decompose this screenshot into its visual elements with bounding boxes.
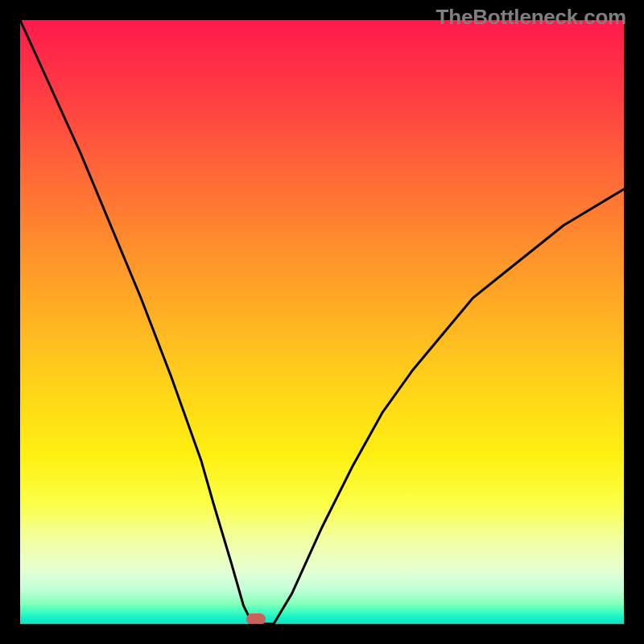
- chart-frame: TheBottleneck.com: [0, 0, 644, 644]
- optimal-marker: [246, 613, 266, 624]
- plot-area: [20, 20, 624, 624]
- curve-svg: [20, 20, 624, 624]
- watermark-text: TheBottleneck.com: [436, 5, 626, 30]
- bottleneck-curve: [20, 20, 624, 624]
